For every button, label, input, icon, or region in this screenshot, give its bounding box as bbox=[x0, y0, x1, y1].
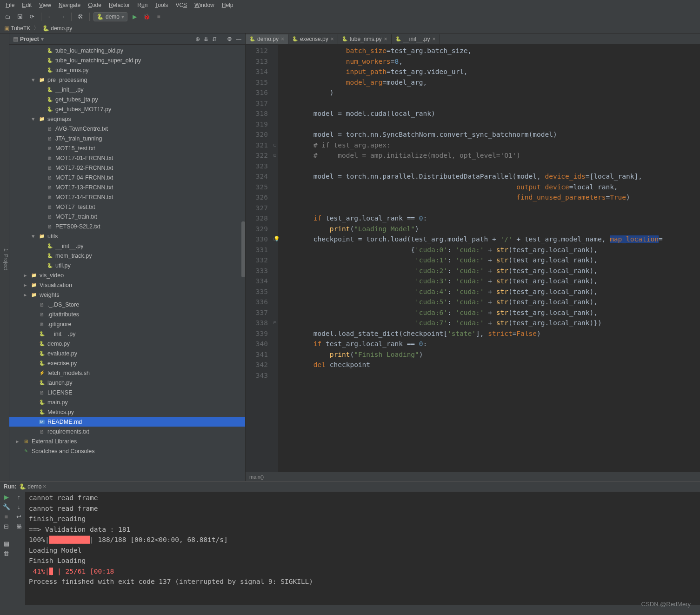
tree-arrow-icon[interactable] bbox=[32, 76, 38, 83]
down-icon[interactable]: ↓ bbox=[17, 503, 20, 510]
tree-row[interactable]: weights bbox=[9, 290, 245, 300]
tree-row[interactable]: ._.DS_Store bbox=[9, 300, 245, 309]
tree-row[interactable]: MOT17-02-FRCNN.txt bbox=[9, 163, 245, 173]
stop-icon[interactable]: ■ bbox=[153, 12, 164, 22]
menu-navigate[interactable]: Navigate bbox=[55, 1, 84, 9]
tree-row[interactable]: __init__.py bbox=[9, 241, 245, 251]
editor-tab[interactable]: 🐍execrise.py× bbox=[288, 34, 338, 44]
menu-code[interactable]: Code bbox=[84, 1, 105, 9]
expand-icon[interactable]: ⇵ bbox=[212, 36, 217, 42]
tree-row[interactable]: LICENSE bbox=[9, 388, 245, 397]
tree-row[interactable]: __init__.py bbox=[9, 329, 245, 339]
tree-row[interactable]: MOT17-01-FRCNN.txt bbox=[9, 153, 245, 163]
tree-row[interactable]: MOT15_test.txt bbox=[9, 143, 245, 153]
trash-icon[interactable]: 🗑 bbox=[3, 550, 9, 557]
tree-row[interactable]: Scratches and Consoles bbox=[9, 446, 245, 456]
tree-arrow-icon[interactable] bbox=[24, 272, 30, 279]
menu-edit[interactable]: Edit bbox=[18, 1, 35, 9]
tree-row[interactable]: Visualization bbox=[9, 280, 245, 290]
menu-window[interactable]: Window bbox=[191, 1, 218, 9]
tree-row[interactable]: pre_processing bbox=[9, 75, 245, 85]
back-icon[interactable]: ← bbox=[45, 12, 55, 22]
stack-icon[interactable]: ⊟ bbox=[4, 523, 9, 530]
tree-arrow-icon[interactable] bbox=[24, 291, 30, 298]
build-icon[interactable]: 🛠 bbox=[75, 12, 86, 22]
tree-row[interactable]: vis_video bbox=[9, 270, 245, 280]
tree-row[interactable]: MOT17-13-FRCNN.txt bbox=[9, 182, 245, 192]
tree-row[interactable]: util.py bbox=[9, 261, 245, 270]
run-output[interactable]: cannot read framecannot read framefinish… bbox=[25, 492, 700, 605]
close-icon[interactable]: × bbox=[281, 36, 284, 42]
gear-icon[interactable]: ⚙ bbox=[227, 36, 232, 42]
run-icon[interactable]: ▶ bbox=[129, 12, 140, 22]
tree-row[interactable]: get_tubes_MOT17.py bbox=[9, 104, 245, 114]
layout-icon[interactable]: ▤ bbox=[4, 540, 9, 547]
menu-refactor[interactable]: Refactor bbox=[105, 1, 133, 9]
editor-tab[interactable]: 🐍tube_nms.py× bbox=[338, 34, 392, 44]
forward-icon[interactable]: → bbox=[57, 12, 67, 22]
tree-arrow-icon[interactable] bbox=[32, 115, 38, 122]
reload-icon[interactable]: ⟳ bbox=[27, 12, 37, 22]
tree-row[interactable]: .gitattributes bbox=[9, 309, 245, 319]
print-icon[interactable]: 🖶 bbox=[16, 523, 22, 530]
collapse-icon[interactable]: ⇊ bbox=[204, 36, 208, 42]
tree-row[interactable]: get_tubes_jta.py bbox=[9, 94, 245, 104]
tree-row[interactable]: MOT17_train.txt bbox=[9, 212, 245, 221]
tree-row[interactable]: launch.py bbox=[9, 378, 245, 388]
editor-tab[interactable]: 🐍demo.py× bbox=[246, 34, 288, 44]
tree-row[interactable]: main.py bbox=[9, 397, 245, 407]
tree-row[interactable]: requirements.txt bbox=[9, 427, 245, 436]
menu-vcs[interactable]: VCS bbox=[172, 1, 191, 9]
tree-row[interactable]: execrise.py bbox=[9, 358, 245, 368]
editor-tab[interactable]: 🐍__init__.py× bbox=[392, 34, 440, 44]
wrench-icon[interactable]: 🔧 bbox=[3, 503, 10, 510]
tree-row[interactable]: seqmaps bbox=[9, 114, 245, 124]
menu-tools[interactable]: Tools bbox=[151, 1, 172, 9]
close-icon[interactable]: × bbox=[433, 36, 436, 42]
save-icon[interactable]: 🖫 bbox=[15, 12, 25, 22]
tree-arrow-icon[interactable] bbox=[32, 233, 38, 240]
menu-file[interactable]: File bbox=[2, 1, 18, 9]
tree-row[interactable]: JTA_train_tunning bbox=[9, 134, 245, 143]
breadcrumb-project[interactable]: ▣ TubeTK bbox=[3, 25, 32, 32]
close-icon[interactable]: × bbox=[331, 36, 334, 42]
tree-scrollbar[interactable] bbox=[241, 221, 245, 277]
breadcrumb-file[interactable]: 🐍 demo.py bbox=[41, 25, 73, 32]
menu-help[interactable]: Help bbox=[218, 1, 237, 9]
tree-arrow-icon[interactable] bbox=[24, 281, 30, 288]
code-content[interactable]: batch_size=test_arg.batch_size, num_work… bbox=[278, 45, 700, 472]
project-tree[interactable]: tube_iou_matching_old.pytube_iou_matchin… bbox=[9, 45, 245, 481]
tree-row[interactable]: AVG-TownCentre.txt bbox=[9, 124, 245, 134]
menu-run[interactable]: Run bbox=[133, 1, 151, 9]
tree-row[interactable]: .gitignore bbox=[9, 319, 245, 329]
tree-row[interactable]: tube_nms.py bbox=[9, 65, 245, 75]
tree-row[interactable]: tube_iou_matching_old.py bbox=[9, 46, 245, 55]
stop-icon[interactable]: ■ bbox=[5, 513, 8, 520]
tree-row[interactable]: utils bbox=[9, 231, 245, 241]
rerun-icon[interactable]: ▶ bbox=[4, 494, 9, 501]
tree-row[interactable]: tube_iou_matching_super_old.py bbox=[9, 55, 245, 65]
debug-icon[interactable]: 🐞 bbox=[141, 12, 152, 22]
open-icon[interactable]: 🗀 bbox=[3, 12, 13, 22]
target-icon[interactable]: ⊕ bbox=[195, 36, 200, 42]
chevron-down-icon[interactable]: ▾ bbox=[41, 36, 44, 42]
wrap-icon[interactable]: ↩ bbox=[16, 513, 21, 520]
minimize-icon[interactable]: — bbox=[236, 36, 241, 42]
tree-row[interactable]: MOT17-04-FRCNN.txt bbox=[9, 173, 245, 182]
close-icon[interactable]: × bbox=[43, 483, 46, 490]
editor-breadcrumb[interactable]: main() bbox=[246, 472, 700, 481]
tree-row[interactable]: demo.py bbox=[9, 339, 245, 348]
menu-view[interactable]: View bbox=[35, 1, 55, 9]
fold-column[interactable]: ⊟⊟⊟⊟ bbox=[272, 45, 278, 472]
tree-row[interactable]: Metrics.py bbox=[9, 407, 245, 417]
tree-row[interactable]: PETS09-S2L2.txt bbox=[9, 221, 245, 231]
tree-row[interactable]: MOT17-14-FRCNN.txt bbox=[9, 192, 245, 202]
tree-row[interactable]: mem_track.py bbox=[9, 251, 245, 261]
tree-arrow-icon[interactable] bbox=[16, 438, 22, 445]
close-icon[interactable]: × bbox=[384, 36, 387, 42]
tree-row[interactable]: External Libraries bbox=[9, 436, 245, 446]
up-icon[interactable]: ↑ bbox=[17, 494, 20, 501]
tree-row[interactable]: __init__.py bbox=[9, 85, 245, 94]
tree-row[interactable]: MOT17_test.txt bbox=[9, 202, 245, 212]
run-configuration[interactable]: 🐍 demo ▾ bbox=[93, 12, 127, 21]
